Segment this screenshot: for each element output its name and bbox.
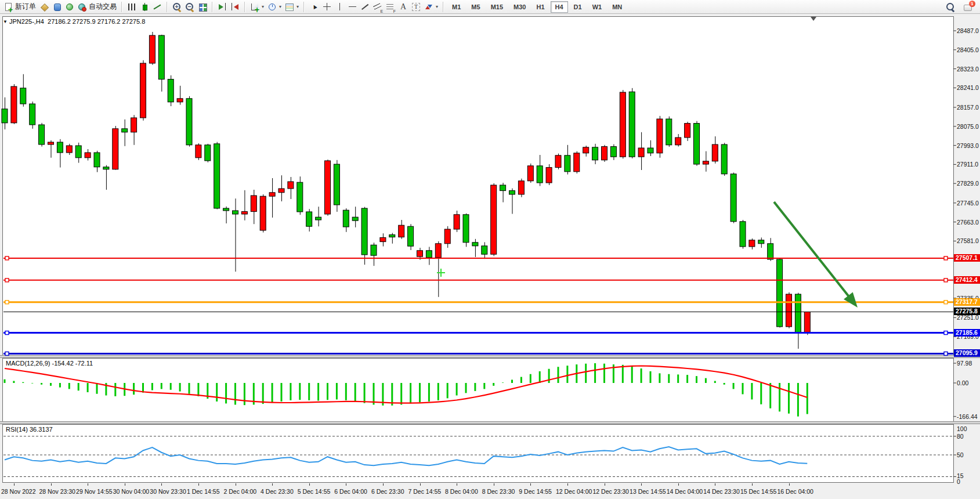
- arrow-objects-button[interactable]: ▾: [422, 1, 440, 13]
- templates-button[interactable]: ▾: [283, 1, 301, 13]
- chart-shift-icon: [230, 2, 240, 12]
- cursor-icon: [309, 2, 319, 12]
- time-axis-tick: [272, 483, 273, 486]
- chart-shift-button[interactable]: [229, 1, 241, 13]
- time-axis-tick: [420, 483, 421, 486]
- arrow-objects-icon: [424, 2, 433, 12]
- time-axis-tick: [14, 483, 15, 486]
- time-axis-tick: [383, 483, 384, 486]
- text-icon: [399, 2, 408, 12]
- equidistant-channel-button[interactable]: [371, 1, 384, 13]
- text-label-icon: [411, 2, 421, 12]
- chevron-down-icon: ▾: [296, 4, 299, 9]
- time-axis-label: 28 Nov 23:30: [39, 488, 75, 495]
- time-axis-tick: [125, 483, 125, 486]
- rsi-pane[interactable]: [2, 424, 954, 483]
- price-badge: 27275.8: [954, 308, 980, 315]
- history-center-icon: [39, 2, 49, 12]
- tile-windows-button[interactable]: [196, 1, 209, 13]
- candlestick-chart-icon: [140, 2, 149, 12]
- zoom-out-button[interactable]: [183, 1, 196, 13]
- timeframe-w1[interactable]: W1: [588, 1, 607, 13]
- time-axis-label: 8 Dec 23:30: [482, 488, 515, 495]
- timeframe-m15[interactable]: M15: [486, 1, 508, 13]
- time-axis-label: 12 Dec 04:00: [556, 488, 592, 495]
- time-axis-tick: [346, 483, 346, 486]
- chevron-down-icon: ▾: [262, 4, 264, 9]
- time-axis-tick: [530, 483, 531, 486]
- main-chart-pane[interactable]: [2, 16, 954, 356]
- timeframe-d1[interactable]: D1: [569, 1, 587, 13]
- time-axis-tick: [51, 483, 52, 486]
- zoom-in-icon: [172, 2, 182, 12]
- equidistant-channel-icon: [373, 2, 382, 12]
- price-badge: 27507.1: [954, 254, 980, 262]
- macd-indicator-label: MACD(12,26,9) -154.42 -72.11: [6, 360, 93, 367]
- time-axis-tick: [567, 483, 568, 486]
- line-chart-button[interactable]: [151, 1, 164, 13]
- toolbar-separator: [244, 2, 245, 12]
- cursor-button[interactable]: [308, 1, 320, 13]
- price-axis-label: 28241.0: [957, 84, 979, 91]
- timeframe-m1[interactable]: M1: [447, 1, 465, 13]
- time-axis-label: 5 Dec 14:55: [298, 488, 331, 495]
- auto-scroll-button[interactable]: [216, 1, 229, 13]
- templates-icon: [285, 2, 294, 12]
- autotrading-button[interactable]: 自动交易: [76, 1, 118, 13]
- symbol-dropdown-icon[interactable]: ▼: [3, 19, 8, 24]
- horizontal-line-icon: [348, 2, 357, 12]
- indicators-button[interactable]: ▾: [248, 1, 266, 13]
- price-axis-label: 28405.0: [957, 46, 979, 53]
- timeframe-m5[interactable]: M5: [467, 1, 484, 13]
- pane-splitter[interactable]: [0, 421, 980, 424]
- time-axis-label: 13 Dec 14:55: [630, 488, 666, 495]
- rsi-axis-label: 80: [957, 433, 964, 440]
- bar-chart-button[interactable]: [125, 1, 138, 13]
- time-axis-label: 8 Dec 04:00: [445, 488, 478, 495]
- time-axis-tick: [715, 483, 715, 486]
- trendline-icon: [360, 2, 370, 12]
- periods-button[interactable]: ▾: [266, 1, 283, 13]
- line-chart-icon: [153, 2, 162, 12]
- time-axis-label: 15 Dec 14:55: [740, 488, 776, 495]
- time-axis-label: 7 Dec 14:55: [408, 488, 442, 495]
- timeframe-h4[interactable]: H4: [551, 1, 568, 13]
- text-button[interactable]: [397, 1, 410, 13]
- toolbar: 新订单自动交易▾▾▾▾M1M5M15M30H1H4D1W1MN1: [0, 0, 980, 14]
- zoom-in-button[interactable]: [171, 1, 183, 13]
- bar-chart-icon: [127, 2, 136, 12]
- timeframe-h1[interactable]: H1: [531, 1, 549, 13]
- macd-pane[interactable]: [2, 358, 954, 422]
- signals-button[interactable]: [63, 1, 76, 13]
- horizontal-line-button[interactable]: [346, 1, 359, 13]
- trendline-button[interactable]: [359, 1, 371, 13]
- time-axis-label: 9 Dec 14:55: [519, 488, 552, 495]
- chart-title: JPN225-,H4 27186.2 27275.9 27176.2 27275…: [9, 18, 145, 25]
- timeframe-m30[interactable]: M30: [509, 1, 530, 13]
- crosshair-button[interactable]: [320, 1, 333, 13]
- fibonacci-button[interactable]: [384, 1, 397, 13]
- time-axis-label: 1 Dec 14:55: [187, 488, 220, 495]
- rsi-axis-label: 0: [957, 478, 960, 485]
- time-axis-label: 4 Dec 23:30: [261, 488, 294, 495]
- time-axis-tick: [161, 483, 162, 486]
- periods-icon: [267, 2, 277, 12]
- indicators-icon: [250, 2, 259, 12]
- rsi-axis-label: 50: [957, 451, 964, 458]
- tile-windows-icon: [198, 2, 207, 12]
- time-axis-tick: [678, 483, 679, 486]
- time-axis-tick: [789, 483, 790, 486]
- time-axis-label: 28 Nov 2022: [1, 488, 36, 495]
- autotrading-icon: [78, 2, 87, 12]
- text-label-button[interactable]: [410, 1, 422, 13]
- search-button[interactable]: [944, 1, 957, 13]
- pane-splitter[interactable]: [0, 355, 980, 358]
- new-order-button[interactable]: 新订单: [2, 1, 38, 13]
- vertical-line-icon: [335, 2, 344, 12]
- history-center-button[interactable]: [38, 1, 50, 13]
- candlestick-chart-button[interactable]: [138, 1, 151, 13]
- notifications-button[interactable]: 1: [961, 1, 974, 13]
- timeframe-mn[interactable]: MN: [607, 1, 627, 13]
- vertical-line-button[interactable]: [333, 1, 346, 13]
- market-watch-button[interactable]: [50, 1, 63, 13]
